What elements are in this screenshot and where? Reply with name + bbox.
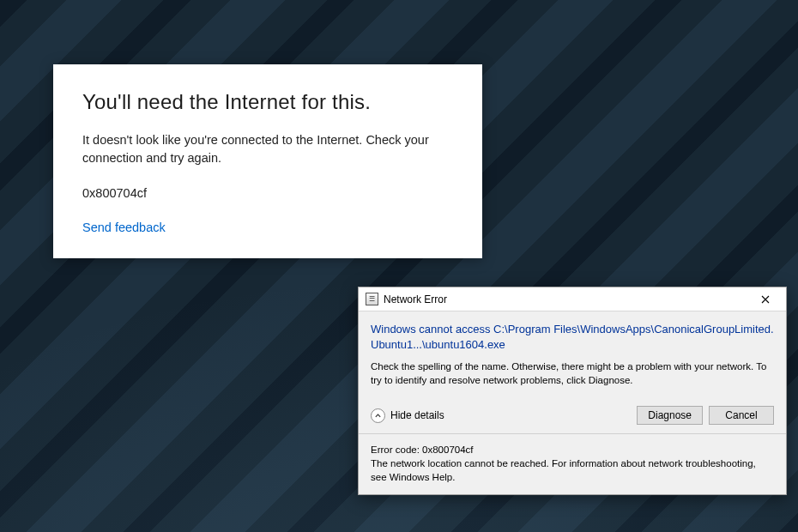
details-description: The network location cannot be reached. … [371, 456, 774, 484]
app-icon: ☰ [366, 293, 378, 305]
dialog-instruction: Check the spelling of the name. Otherwis… [371, 360, 774, 387]
cancel-button[interactable]: Cancel [709, 406, 774, 425]
network-error-dialog: ☰ Network Error Windows cannot access C:… [358, 287, 787, 495]
send-feedback-link[interactable]: Send feedback [82, 221, 453, 234]
dialog-details-panel: Error code: 0x800704cf The network locat… [359, 433, 786, 494]
dialog-titlebar[interactable]: ☰ Network Error [359, 287, 786, 311]
close-button[interactable] [748, 289, 783, 310]
close-icon [761, 295, 770, 304]
card-error-code: 0x800704cf [82, 186, 453, 200]
dialog-headline: Windows cannot access C:\Program Files\W… [371, 322, 774, 352]
dialog-title: Network Error [384, 293, 447, 305]
diagnose-button[interactable]: Diagnose [637, 406, 703, 425]
hide-details-toggle[interactable]: Hide details [371, 408, 444, 423]
details-error-code: Error code: 0x800704cf [371, 443, 774, 456]
toggle-label: Hide details [390, 409, 444, 421]
chevron-up-icon [371, 408, 385, 423]
internet-required-card: You'll need the Internet for this. It do… [53, 64, 482, 258]
card-title: You'll need the Internet for this. [82, 90, 453, 114]
card-body-text: It doesn't look like you're connected to… [82, 131, 453, 167]
